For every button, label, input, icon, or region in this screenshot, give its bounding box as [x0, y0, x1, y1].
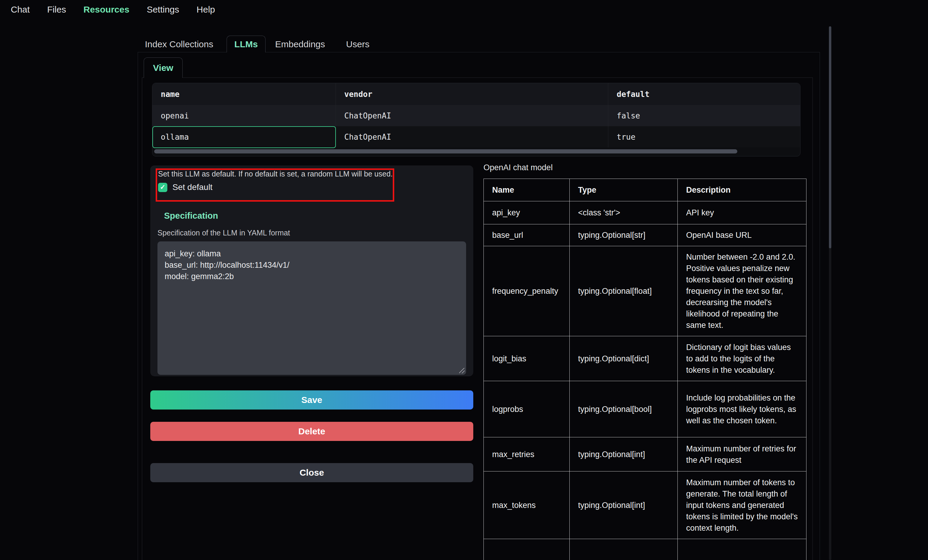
doc-cell-description: Number between -2.0 and 2.0. Positive va…: [678, 246, 806, 336]
horizontal-scrollbar-thumb[interactable]: [154, 149, 737, 154]
textarea-resize-handle[interactable]: [459, 368, 465, 373]
page-scrollbar-track[interactable]: [829, 26, 831, 560]
delete-button[interactable]: Delete: [150, 422, 473, 441]
doc-cell-description: Dictionary of logit bias values to add t…: [678, 336, 806, 381]
llm-detail-card: Set this LLM as default. If no default i…: [150, 166, 473, 376]
doc-cell-name: api_key: [484, 201, 570, 224]
doc-row-base-url: base_url typing.Optional[str] OpenAI bas…: [484, 224, 806, 246]
nav-item-help[interactable]: Help: [197, 5, 215, 15]
doc-cell-type: typing.Optional[bool]: [570, 381, 678, 437]
doc-row-api-key: api_key <class 'str'> API key: [484, 201, 806, 224]
top-nav: Chat Files Resources Settings Help: [11, 3, 215, 16]
doc-cell-description: API key: [678, 201, 806, 224]
doc-row-max-retries: max_retries typing.Optional[int] Maximum…: [484, 437, 806, 472]
doc-cell-type: <class 'str'>: [570, 201, 678, 224]
yaml-format-label: Specification of the LLM in YAML format: [157, 228, 290, 237]
doc-col-header-description: Description: [678, 179, 806, 201]
doc-cell-type: typing.Optional[int]: [570, 437, 678, 472]
doc-row-logit-bias: logit_bias typing.Optional[dict] Diction…: [484, 336, 806, 381]
tab-index-collections[interactable]: Index Collections: [145, 39, 213, 49]
doc-row-frequency-penalty: frequency_penalty typing.Optional[float]…: [484, 246, 806, 336]
doc-cell-type: typing.Optional[float]: [570, 246, 678, 336]
doc-cell-description: [678, 539, 806, 560]
doc-header-row: Name Type Description: [484, 179, 806, 201]
llm-col-header-name: name: [153, 83, 336, 105]
doc-cell-name: max_tokens: [484, 472, 570, 539]
doc-col-header-type: Type: [570, 179, 678, 201]
model-doc-table: Name Type Description api_key <class 'st…: [484, 179, 806, 560]
red-annotation-box: [156, 169, 394, 202]
nav-item-files[interactable]: Files: [47, 5, 66, 15]
doc-cell-type: [570, 539, 678, 560]
doc-cell-description: OpenAI base URL: [678, 224, 806, 246]
llm-col-header-default: default: [608, 83, 800, 105]
doc-cell-description: Maximum number of tokens to generate. Th…: [678, 472, 806, 539]
llm-cell-default[interactable]: false: [608, 105, 800, 126]
tab-embeddings[interactable]: Embeddings: [275, 39, 325, 49]
subtab-view[interactable]: View: [144, 58, 183, 78]
nav-item-settings[interactable]: Settings: [147, 5, 179, 15]
doc-cell-name: logprobs: [484, 381, 570, 437]
doc-cell-type: typing.Optional[int]: [570, 472, 678, 539]
doc-cell-name: frequency_penalty: [484, 246, 570, 336]
llm-cell-name[interactable]: ollama: [153, 126, 336, 148]
yaml-spec-textarea[interactable]: api_key: ollama base_url: http://localho…: [157, 241, 466, 375]
doc-cell-description: Include log probabilities on the logprob…: [678, 381, 806, 437]
llm-cell-name[interactable]: openai: [153, 105, 336, 126]
specification-heading: Specification: [164, 211, 218, 221]
doc-cell-name: logit_bias: [484, 336, 570, 381]
doc-cell-name: max_retries: [484, 437, 570, 472]
save-button[interactable]: Save: [150, 390, 473, 409]
app-screen: Chat Files Resources Settings Help Index…: [0, 0, 928, 560]
nav-item-resources[interactable]: Resources: [84, 5, 129, 15]
llm-col-header-vendor: vendor: [336, 83, 608, 105]
llm-cell-vendor[interactable]: ChatOpenAI: [336, 126, 608, 148]
doc-cell-name: [484, 539, 570, 560]
model-doc-title: OpenAI chat model: [484, 163, 553, 172]
doc-row-max-tokens: max_tokens typing.Optional[int] Maximum …: [484, 472, 806, 539]
doc-col-header-name: Name: [484, 179, 570, 201]
doc-cell-type: typing.Optional[dict]: [570, 336, 678, 381]
doc-cell-type: typing.Optional[str]: [570, 224, 678, 246]
llm-cell-vendor[interactable]: ChatOpenAI: [336, 105, 608, 126]
llm-row-ollama[interactable]: ollama ChatOpenAI true: [153, 126, 800, 148]
llm-table-header: name vendor default: [153, 83, 800, 105]
page-scrollbar-thumb[interactable]: [829, 26, 831, 248]
doc-row-partial: [484, 539, 806, 560]
close-button[interactable]: Close: [150, 463, 473, 482]
doc-row-logprobs: logprobs typing.Optional[bool] Include l…: [484, 381, 806, 437]
doc-cell-description: Maximum number of retries for the API re…: [678, 437, 806, 472]
llm-cell-default[interactable]: true: [608, 126, 800, 148]
llm-row-openai[interactable]: openai ChatOpenAI false: [153, 105, 800, 126]
doc-cell-name: base_url: [484, 224, 570, 246]
nav-item-chat[interactable]: Chat: [11, 5, 30, 15]
tab-users[interactable]: Users: [346, 39, 369, 49]
llm-list-table: name vendor default openai ChatOpenAI fa…: [152, 83, 800, 157]
tab-llms[interactable]: LLMs: [227, 36, 266, 52]
